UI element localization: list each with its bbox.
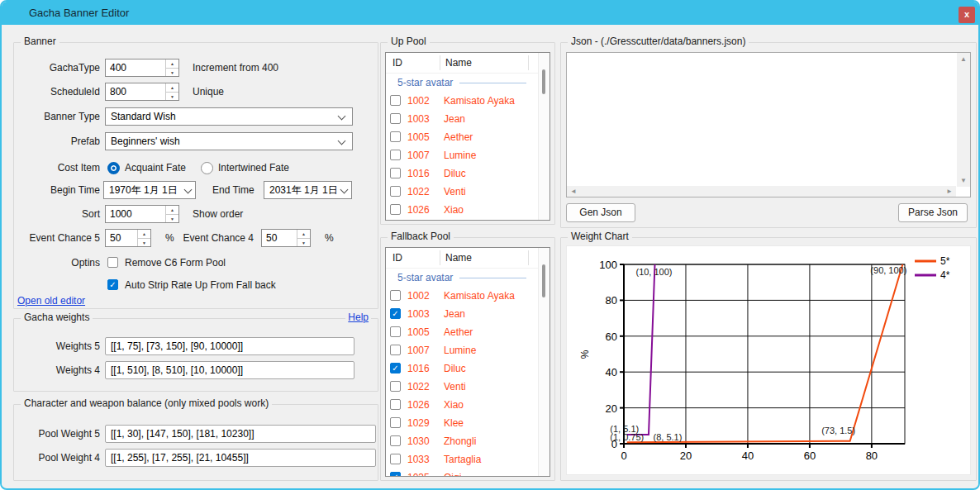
help-link[interactable]: Help <box>345 312 371 323</box>
row-checkbox[interactable]: ✓ <box>390 472 401 477</box>
pool-row[interactable]: ✓1033Tartaglia <box>386 450 549 469</box>
scroll-up-icon[interactable]: ▲ <box>957 55 970 63</box>
spin-down-icon[interactable]: ▼ <box>166 215 178 223</box>
pool-row[interactable]: ✓1003Jean <box>386 305 549 323</box>
pool-weight-4-input[interactable]: [[1, 255], [17, 255], [21, 10455]] <box>105 449 376 467</box>
pool-row[interactable]: ✓1016Diluc <box>386 359 549 378</box>
scrollbar-thumb[interactable] <box>542 69 545 94</box>
spinner-buttons[interactable]: ▲▼ <box>297 230 310 246</box>
pool-row[interactable]: ✓1002Kamisato Ayaka <box>386 92 549 110</box>
fallback-pool-scrollbar[interactable] <box>538 248 549 476</box>
row-checkbox[interactable]: ✓ <box>390 326 401 337</box>
spinner-buttons[interactable]: ▲▼ <box>165 206 178 222</box>
gen-json-button[interactable]: Gen Json <box>566 203 635 222</box>
pool-row[interactable]: ✓1007Lumine <box>386 146 549 164</box>
row-checkbox[interactable]: ✓ <box>390 186 401 197</box>
scroll-down-icon[interactable]: ▼ <box>957 177 970 184</box>
spin-up-icon[interactable]: ▲ <box>166 83 178 93</box>
scroll-left-icon[interactable]: ◄ <box>570 188 577 195</box>
checkbox-auto-strip[interactable]: ✓ <box>107 279 118 290</box>
weights-5-input[interactable]: [[1, 75], [73, 150], [90, 10000]] <box>105 337 354 355</box>
row-checkbox[interactable]: ✓ <box>390 363 401 373</box>
gachatype-spinner[interactable]: 400 ▲▼ <box>105 59 179 77</box>
fallback-pool-list[interactable]: ID Name 5-star avatar ✓1002Kamisato Ayak… <box>385 247 550 477</box>
pool-row[interactable]: ✓1016Diluc <box>386 164 549 183</box>
spin-up-icon[interactable]: ▲ <box>138 230 150 239</box>
pool-row[interactable]: ✓1022Venti <box>386 378 549 396</box>
row-checkbox[interactable]: ✓ <box>390 381 401 392</box>
pool-row[interactable]: ✓1005Aether <box>386 128 549 146</box>
begin-time-picker[interactable]: 1970年 1月 1日 <box>103 181 196 199</box>
spin-down-icon[interactable]: ▼ <box>166 69 178 77</box>
prefab-select[interactable]: Beginners' wish <box>105 132 353 150</box>
checkbox-auto-strip-label[interactable]: Auto Strip Rate Up From Fall back <box>125 278 276 292</box>
spin-down-icon[interactable]: ▼ <box>138 239 150 247</box>
row-name: Diluc <box>444 359 466 378</box>
row-checkbox[interactable]: ✓ <box>390 308 401 319</box>
spinner-buttons[interactable]: ▲▼ <box>165 59 178 76</box>
up-pool-list[interactable]: ID Name 5-star avatar ✓1002Kamisato Ayak… <box>385 52 550 221</box>
weight-chart: 020406080020406080100%(10, 100)(90, 100)… <box>567 246 970 474</box>
spin-up-icon[interactable]: ▲ <box>297 230 310 239</box>
row-checkbox[interactable]: ✓ <box>390 417 401 428</box>
json-horizontal-scrollbar[interactable]: ◄ ► <box>567 186 956 197</box>
up-pool-scrollbar[interactable] <box>538 53 549 220</box>
row-checkbox[interactable]: ✓ <box>390 150 401 160</box>
pool-row[interactable]: ✓1022Venti <box>386 183 549 201</box>
spin-up-icon[interactable]: ▲ <box>166 206 178 215</box>
checkbox-remove-c6[interactable]: ✓ <box>107 257 118 268</box>
up-pool-group: Up Pool ID Name 5-star avatar ✓1002Kamis… <box>380 42 555 225</box>
pool-row[interactable]: ✓1026Xiao <box>386 396 549 414</box>
row-checkbox[interactable]: ✓ <box>390 290 401 301</box>
sort-spinner[interactable]: 1000 ▲▼ <box>105 205 179 223</box>
open-old-editor-link[interactable]: Open old editor <box>17 295 85 307</box>
row-checkbox[interactable]: ✓ <box>390 435 401 446</box>
spin-up-icon[interactable]: ▲ <box>166 59 178 69</box>
scroll-right-icon[interactable]: ► <box>946 188 953 195</box>
pool-row[interactable]: ✓1007Lumine <box>386 341 549 359</box>
pool-row[interactable]: ✓1005Aether <box>386 323 549 341</box>
banner-type-select[interactable]: Standard Wish <box>105 107 353 126</box>
radio-intertwined-fate[interactable] <box>201 162 213 174</box>
row-name: Jean <box>444 305 465 323</box>
pool-row[interactable]: ✓1029Klee <box>386 414 549 432</box>
client-area: Banner GachaType 400 ▲▼ Increment from 4… <box>2 25 978 487</box>
parse-json-button[interactable]: Parse Json <box>898 203 968 222</box>
pool-weight-5-input[interactable]: [[1, 30], [147, 150], [181, 10230]] <box>105 425 376 443</box>
radio-intertwined-fate-label[interactable]: Intertwined Fate <box>218 161 289 174</box>
scheduleid-spinner[interactable]: 800 ▲▼ <box>105 83 179 101</box>
row-checkbox[interactable]: ✓ <box>390 95 401 106</box>
row-checkbox[interactable]: ✓ <box>390 131 401 142</box>
end-time-picker[interactable]: 2031年 1月 1日 <box>264 181 352 199</box>
row-checkbox[interactable]: ✓ <box>390 204 401 215</box>
spin-down-icon[interactable]: ▼ <box>166 93 178 101</box>
spinner-buttons[interactable]: ▲▼ <box>165 83 178 100</box>
radio-acquaint-fate[interactable] <box>107 162 120 174</box>
pool-row[interactable]: ✓1035Qiqi <box>386 469 549 477</box>
weights-4-input[interactable]: [[1, 510], [8, 510], [10, 10000]] <box>105 361 354 379</box>
pool-row[interactable]: ✓1003Jean <box>386 110 549 128</box>
row-checkbox[interactable]: ✓ <box>390 399 401 410</box>
svg-text:60: 60 <box>606 331 617 343</box>
row-id: 1016 <box>407 164 430 183</box>
row-checkbox[interactable]: ✓ <box>390 113 401 124</box>
radio-acquaint-fate-label[interactable]: Acquaint Fate <box>125 161 186 174</box>
json-vertical-scrollbar[interactable]: ▲ ▼ <box>957 53 970 187</box>
spinner-buttons[interactable]: ▲▼ <box>137 230 150 246</box>
scrollbar-thumb[interactable] <box>542 264 545 297</box>
sort-hint: Show order <box>193 205 243 223</box>
row-checkbox[interactable]: ✓ <box>390 345 401 355</box>
titlebar[interactable]: Gacha Banner Editor x <box>2 2 978 25</box>
checkbox-remove-c6-label[interactable]: Remove C6 Form Pool <box>125 256 226 269</box>
pool-row[interactable]: ✓1002Kamisato Ayaka <box>386 287 549 305</box>
pool-row[interactable]: ✓1026Xiao <box>386 201 549 219</box>
event-chance-5-spinner[interactable]: 50 ▲▼ <box>105 229 151 247</box>
spin-down-icon[interactable]: ▼ <box>297 239 310 247</box>
scheduleid-value: 800 <box>110 83 126 100</box>
row-checkbox[interactable]: ✓ <box>390 454 401 464</box>
event-chance-4-spinner[interactable]: 50 ▲▼ <box>261 229 311 247</box>
pool-row[interactable]: ✓1030Zhongli <box>386 432 549 450</box>
close-button[interactable]: x <box>959 7 975 23</box>
row-checkbox[interactable]: ✓ <box>390 168 401 178</box>
json-textarea[interactable] <box>566 52 971 197</box>
